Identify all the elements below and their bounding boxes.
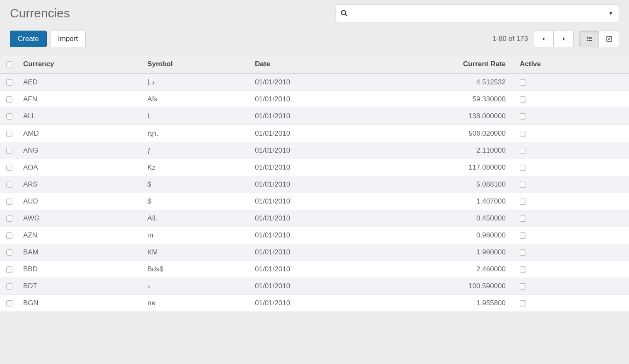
table-row[interactable]: AWGAfl.01/01/20100.450000 xyxy=(0,210,629,227)
table-row[interactable]: ALLL01/01/2010138.000000 xyxy=(0,108,629,125)
table-row[interactable]: AUD$01/01/20101.407000 xyxy=(0,193,629,210)
cell-rate: 1.960000 xyxy=(366,244,515,261)
table-row[interactable]: ARS$01/01/20105.088100 xyxy=(0,176,629,193)
row-select-cell[interactable] xyxy=(0,159,18,176)
row-checkbox[interactable] xyxy=(6,232,12,239)
table-row[interactable]: AEDد.إ01/01/20104.512532 xyxy=(0,74,629,91)
row-select-cell[interactable] xyxy=(0,210,18,227)
cell-symbol: Afs xyxy=(142,91,250,108)
cell-currency: AOA xyxy=(18,159,142,176)
row-checkbox[interactable] xyxy=(6,165,12,171)
cell-active xyxy=(515,74,629,91)
row-checkbox[interactable] xyxy=(6,96,12,103)
select-all-checkbox[interactable] xyxy=(6,61,12,67)
cell-active xyxy=(515,159,629,176)
row-checkbox[interactable] xyxy=(6,199,12,205)
cell-date: 01/01/2010 xyxy=(250,176,366,193)
col-header-date[interactable]: Date xyxy=(250,55,366,74)
active-checkbox[interactable] xyxy=(520,199,526,205)
row-checkbox[interactable] xyxy=(6,266,12,273)
cell-rate: 1.407000 xyxy=(366,193,515,210)
active-checkbox[interactable] xyxy=(520,266,526,273)
active-checkbox[interactable] xyxy=(520,131,526,137)
select-all-header[interactable] xyxy=(0,55,18,74)
row-select-cell[interactable] xyxy=(0,74,18,91)
cell-active xyxy=(515,227,629,244)
active-checkbox[interactable] xyxy=(520,182,526,188)
cell-date: 01/01/2010 xyxy=(250,74,366,91)
table-row[interactable]: AFNAfs01/01/201059.330000 xyxy=(0,91,629,108)
cell-active xyxy=(515,261,629,278)
cell-rate: 506.020000 xyxy=(366,125,515,142)
col-header-symbol[interactable]: Symbol xyxy=(142,55,250,74)
row-checkbox[interactable] xyxy=(6,131,12,137)
cell-date: 01/01/2010 xyxy=(250,278,366,295)
prev-page-button[interactable] xyxy=(534,31,554,47)
active-checkbox[interactable] xyxy=(520,232,526,239)
row-select-cell[interactable] xyxy=(0,295,18,312)
row-select-cell[interactable] xyxy=(0,193,18,210)
row-select-cell[interactable] xyxy=(0,227,18,244)
cell-active xyxy=(515,295,629,312)
cell-rate: 2.460000 xyxy=(366,261,515,278)
search-input[interactable] xyxy=(336,4,619,22)
active-checkbox[interactable] xyxy=(520,216,526,222)
cell-currency: AED xyxy=(18,74,142,91)
import-button[interactable]: Import xyxy=(50,31,86,47)
active-checkbox[interactable] xyxy=(520,165,526,171)
col-header-active[interactable]: Active xyxy=(515,55,629,74)
row-checkbox[interactable] xyxy=(6,249,12,256)
table-row[interactable]: BGNлв01/01/20101.955800 xyxy=(0,295,629,312)
active-checkbox[interactable] xyxy=(520,79,526,86)
form-view-button[interactable] xyxy=(599,31,619,47)
table-row[interactable]: AOAKz01/01/2010117.080000 xyxy=(0,159,629,176)
active-checkbox[interactable] xyxy=(520,283,526,290)
table-row[interactable]: BAMKM01/01/20101.960000 xyxy=(0,244,629,261)
list-view-button[interactable] xyxy=(579,31,599,47)
cell-symbol: KM xyxy=(142,244,250,261)
row-checkbox[interactable] xyxy=(6,79,12,86)
create-button[interactable]: Create xyxy=(10,31,47,47)
cell-active xyxy=(515,142,629,159)
row-select-cell[interactable] xyxy=(0,108,18,125)
controls-row: Create Import 1-80 of 173 xyxy=(10,31,619,47)
row-select-cell[interactable] xyxy=(0,176,18,193)
row-checkbox[interactable] xyxy=(6,148,12,154)
active-checkbox[interactable] xyxy=(520,96,526,103)
chevron-right-icon xyxy=(561,36,566,42)
table-row[interactable]: AMDդր.01/01/2010506.020000 xyxy=(0,125,629,142)
active-checkbox[interactable] xyxy=(520,249,526,256)
row-select-cell[interactable] xyxy=(0,91,18,108)
active-checkbox[interactable] xyxy=(520,300,526,307)
cell-rate: 117.080000 xyxy=(366,159,515,176)
row-select-cell[interactable] xyxy=(0,125,18,142)
row-select-cell[interactable] xyxy=(0,261,18,278)
table-row[interactable]: BDT৳01/01/2010100.590000 xyxy=(0,278,629,295)
cell-active xyxy=(515,210,629,227)
cell-rate: 0.450000 xyxy=(366,210,515,227)
svg-line-1 xyxy=(346,14,347,16)
cell-date: 01/01/2010 xyxy=(250,227,366,244)
chevron-left-icon xyxy=(541,36,546,42)
row-checkbox[interactable] xyxy=(6,283,12,290)
row-checkbox[interactable] xyxy=(6,300,12,307)
caret-down-icon[interactable]: ▼ xyxy=(608,10,613,16)
row-checkbox[interactable] xyxy=(6,182,12,188)
cell-currency: AMD xyxy=(18,125,142,142)
row-checkbox[interactable] xyxy=(6,216,12,222)
col-header-currency[interactable]: Currency xyxy=(18,55,142,74)
col-header-rate[interactable]: Current Rate xyxy=(366,55,515,74)
cell-active xyxy=(515,108,629,125)
active-checkbox[interactable] xyxy=(520,148,526,154)
table-row[interactable]: ANGƒ01/01/20102.110000 xyxy=(0,142,629,159)
table-row[interactable]: BBDBds$01/01/20102.460000 xyxy=(0,261,629,278)
row-select-cell[interactable] xyxy=(0,142,18,159)
svg-point-6 xyxy=(587,40,588,41)
row-select-cell[interactable] xyxy=(0,278,18,295)
table-row[interactable]: AZNm01/01/20100.960000 xyxy=(0,227,629,244)
active-checkbox[interactable] xyxy=(520,113,526,120)
next-page-button[interactable] xyxy=(554,31,574,47)
row-select-cell[interactable] xyxy=(0,244,18,261)
row-checkbox[interactable] xyxy=(6,113,12,120)
svg-rect-3 xyxy=(588,37,592,38)
